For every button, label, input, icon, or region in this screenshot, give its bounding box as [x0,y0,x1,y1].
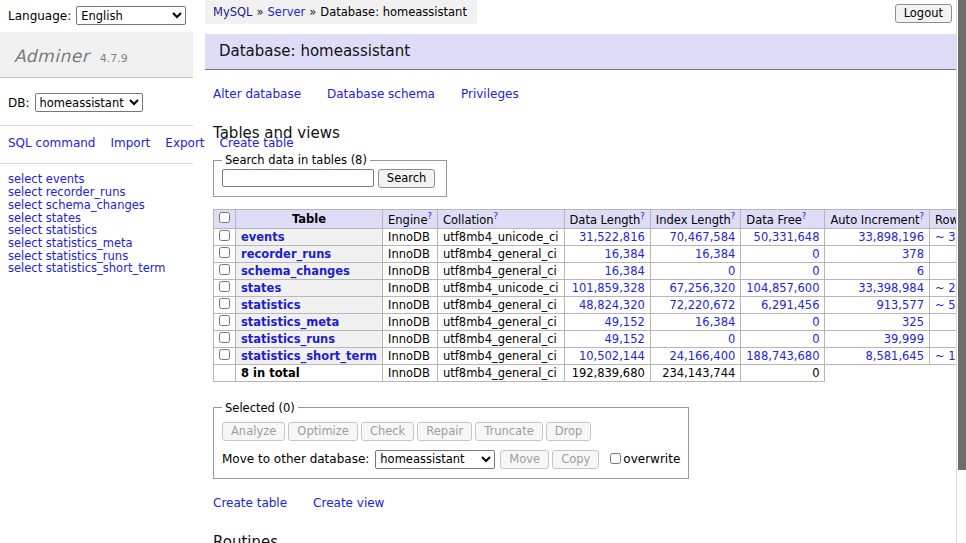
row-checkbox[interactable] [219,264,230,275]
data-free-link[interactable]: 0 [812,332,819,346]
action-link-privileges[interactable]: Privileges [461,87,519,101]
data-length-link[interactable]: 16,384 [605,264,645,278]
data-free-link[interactable]: 6,291,456 [761,298,820,312]
help-link[interactable]: ? [494,211,499,221]
row-checkbox[interactable] [219,247,230,258]
index-length-cell: 72,220,672 [650,296,741,313]
help-superscript: ? [640,211,645,221]
table-name-link[interactable]: statistics_runs [241,332,335,346]
data-free-cell: 188,743,680 [741,347,825,364]
check-button[interactable]: Check [361,422,414,441]
index-length-link[interactable]: 67,256,320 [669,281,735,295]
auto-increment-link[interactable]: 325 [902,315,924,329]
breadcrumb-server-link[interactable]: Server [268,5,306,19]
auto-increment-link[interactable]: 8,581,645 [865,349,924,363]
drop-button[interactable]: Drop [546,422,592,441]
auto-increment-link[interactable]: 378 [902,247,924,261]
action-link-alter-database[interactable]: Alter database [213,87,301,101]
data-free-link[interactable]: 188,743,680 [746,349,819,363]
move-button[interactable]: Move [500,450,549,469]
auto-increment-link[interactable]: 33,898,196 [858,230,924,244]
repair-button[interactable]: Repair [417,422,472,441]
index-length-link[interactable]: 24,166,400 [669,349,735,363]
data-free-link[interactable]: 50,331,648 [754,230,820,244]
sidebar-link-export[interactable]: Export [165,136,204,150]
row-checkbox[interactable] [219,281,230,292]
move-database-select[interactable]: homeassistant [375,450,495,469]
index-length-link[interactable]: 16,384 [695,247,735,261]
truncate-button[interactable]: Truncate [475,422,543,441]
data-length-link[interactable]: 48,824,320 [579,298,645,312]
sidebar-select-statistics-link[interactable]: select statistics [8,224,185,237]
breadcrumb-mysql-link[interactable]: MySQL [213,5,253,19]
table-name-link[interactable]: schema_changes [241,264,350,278]
help-link[interactable]: ? [731,211,736,221]
data-length-link[interactable]: 10,502,144 [579,349,645,363]
copy-button[interactable]: Copy [552,450,599,469]
language-select[interactable]: English [76,6,186,25]
help-link[interactable]: ? [640,211,645,221]
data-length-cell: 16,384 [564,262,650,279]
data-length-link[interactable]: 49,152 [605,332,645,346]
table-name-link[interactable]: statistics [241,298,301,312]
sidebar-select-statistics-short-term-link[interactable]: select statistics_short_term [8,262,185,275]
sidebar-select-statistics-meta-link[interactable]: select statistics_meta [8,237,185,250]
index-length-cell: 16,384 [650,245,741,262]
row-checkbox[interactable] [219,298,230,309]
row-checkbox-cell [214,262,236,279]
help-link[interactable]: ? [802,211,807,221]
column-label: Collation [443,213,494,227]
auto-increment-link[interactable]: 33,398,984 [858,281,924,295]
move-label: Move to other database: [222,452,369,466]
search-input[interactable] [222,169,374,187]
vertical-scrollbar[interactable] [956,0,966,543]
column-label: Table [292,212,326,226]
row-checkbox[interactable] [219,349,230,360]
auto-increment-link[interactable]: 39,999 [884,332,924,346]
optimize-button[interactable]: Optimize [288,422,358,441]
index-length-link[interactable]: 16,384 [695,315,735,329]
logout-button[interactable]: Logout [895,4,952,23]
data-free-link[interactable]: 0 [812,247,819,261]
action-link-database-schema[interactable]: Database schema [327,87,435,101]
table-name-link[interactable]: states [241,281,281,295]
data-length-link[interactable]: 16,384 [605,247,645,261]
search-button[interactable]: Search [378,169,436,188]
index-length-link[interactable]: 72,220,672 [669,298,735,312]
sidebar-select-recorder-runs-link[interactable]: select recorder_runs [8,186,185,199]
table-name-link[interactable]: events [241,230,285,244]
scrollbar-thumb[interactable] [958,0,966,470]
index-length-link[interactable]: 0 [728,264,735,278]
row-checkbox[interactable] [219,315,230,326]
total-data-length-cell: 192,839,680 [564,364,650,381]
help-link[interactable]: ? [427,211,432,221]
data-length-link[interactable]: 31,522,816 [579,230,645,244]
auto-increment-cell: 33,398,984 [825,279,930,296]
table-name-cell: states [236,279,383,296]
data-free-link[interactable]: 104,857,600 [746,281,819,295]
help-link[interactable]: ? [919,211,924,221]
data-length-link[interactable]: 101,859,328 [572,281,645,295]
row-checkbox[interactable] [219,332,230,343]
table-name-link[interactable]: recorder_runs [241,247,331,261]
auto-increment-link[interactable]: 913,577 [876,298,924,312]
link-create-view[interactable]: Create view [313,496,384,510]
sidebar-select-schema-changes-link[interactable]: select schema_changes [8,199,185,212]
index-length-link[interactable]: 70,467,584 [669,230,735,244]
overwrite-checkbox[interactable] [610,453,621,464]
data-free-link[interactable]: 0 [812,264,819,278]
data-length-link[interactable]: 49,152 [605,315,645,329]
link-create-table[interactable]: Create table [213,496,287,510]
table-name-link[interactable]: statistics_short_term [241,349,377,363]
sidebar-link-import[interactable]: Import [110,136,150,150]
auto-increment-link[interactable]: 6 [917,264,924,278]
table-name-link[interactable]: statistics_meta [241,315,339,329]
index-length-link[interactable]: 0 [728,332,735,346]
sidebar-link-sql-command[interactable]: SQL command [8,136,95,150]
collation-cell: utf8mb4_general_ci [437,313,564,330]
analyze-button[interactable]: Analyze [222,422,285,441]
select-all-checkbox[interactable] [219,212,230,223]
row-checkbox[interactable] [219,230,230,241]
data-free-link[interactable]: 0 [812,315,819,329]
db-select[interactable]: homeassistant [35,93,143,112]
